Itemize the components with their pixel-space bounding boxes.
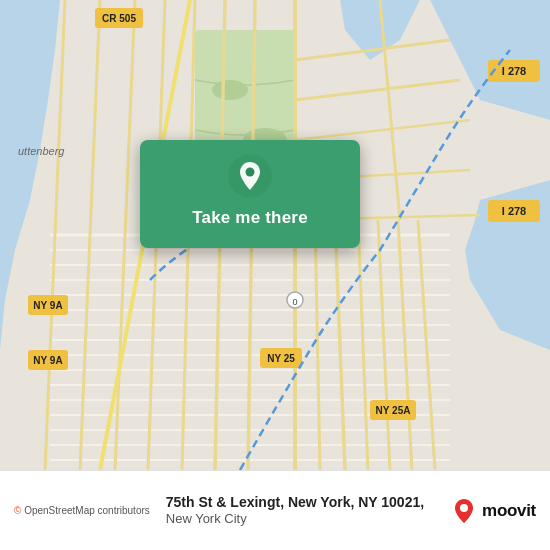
- svg-text:NY 9A: NY 9A: [33, 300, 62, 311]
- location-pin-icon: [228, 154, 272, 198]
- location-name: 75th St & Lexingt, New York, NY 10021,: [166, 493, 442, 511]
- popup-card: Take me there: [140, 140, 360, 248]
- svg-point-65: [460, 504, 468, 512]
- location-city: New York City: [166, 511, 442, 528]
- svg-text:I 278: I 278: [502, 205, 526, 217]
- svg-text:uttenberg: uttenberg: [18, 145, 65, 157]
- moovit-brand-text: moovit: [482, 501, 536, 521]
- svg-text:NY 25: NY 25: [267, 353, 295, 364]
- take-me-there-button[interactable]: Take me there: [188, 206, 312, 230]
- svg-text:0: 0: [292, 297, 297, 307]
- svg-text:I 278: I 278: [502, 65, 526, 77]
- moovit-pin-icon: [450, 497, 478, 525]
- moovit-logo: moovit: [450, 497, 536, 525]
- map-container[interactable]: I 278 I 278 CR 505 NY 9A NY 9A NY 25 NY …: [0, 0, 550, 470]
- bottom-bar: © OpenStreetMap contributors 75th St & L…: [0, 470, 550, 550]
- svg-text:CR 505: CR 505: [102, 13, 136, 24]
- svg-text:NY 9A: NY 9A: [33, 355, 62, 366]
- app-container: I 278 I 278 CR 505 NY 9A NY 9A NY 25 NY …: [0, 0, 550, 550]
- osm-copyright: © OpenStreetMap contributors: [14, 505, 150, 516]
- svg-point-64: [246, 168, 255, 177]
- svg-point-6: [212, 80, 248, 100]
- osm-attribution: © OpenStreetMap contributors: [14, 505, 150, 516]
- location-info: 75th St & Lexingt, New York, NY 10021, N…: [160, 493, 442, 528]
- svg-text:NY 25A: NY 25A: [376, 405, 411, 416]
